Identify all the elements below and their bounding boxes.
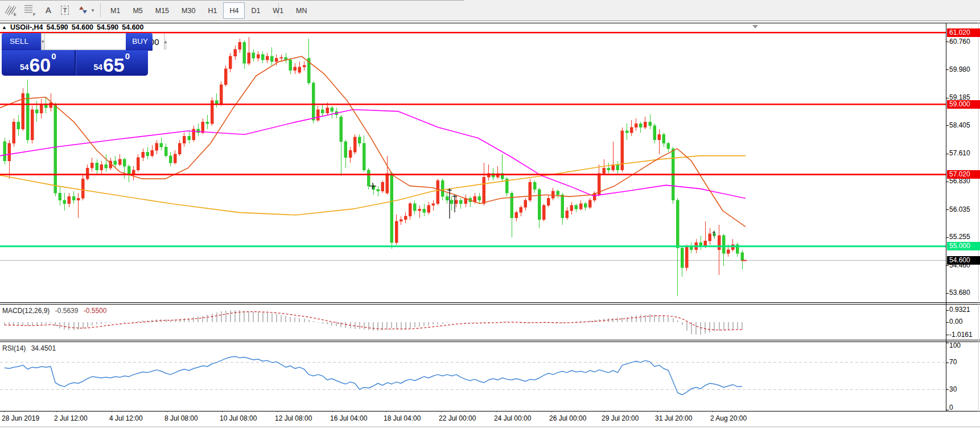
price-badge: 57.020: [947, 170, 980, 179]
timeframe-button-m30[interactable]: M30: [175, 2, 201, 19]
toolbar-separator: [100, 3, 101, 17]
price-axis-label: 58.405: [949, 121, 970, 129]
rsi-value: 34.4501: [31, 344, 56, 352]
time-axis-label: 16 Jul 04:00: [330, 414, 367, 422]
svg-text:†: †: [712, 230, 716, 238]
timeframe-button-m5[interactable]: M5: [126, 2, 149, 19]
ma-fast-line: [0, 56, 746, 227]
time-axis-label: 31 Jul 20:00: [655, 414, 692, 422]
timeframe-button-h1[interactable]: H1: [201, 2, 223, 19]
price-axis-label: 30: [949, 385, 957, 393]
volume-increase-button[interactable]: ▴: [164, 34, 167, 50]
fibo-expansion-icon[interactable]: E: [2, 2, 19, 18]
price-badge: 55.000: [947, 242, 980, 250]
sell-price[interactable]: 54 60 0: [2, 50, 75, 76]
price-axis-label: 0.9321: [949, 306, 970, 314]
price-axis-label: 100: [949, 341, 961, 349]
buy-button-label: BUY: [132, 37, 148, 46]
time-axis-label: 12 Jul 08:00: [275, 414, 312, 422]
price-axis-label: 55.255: [949, 233, 970, 241]
timeframe-buttons: M1M5M15M30H1H4D1W1MN: [104, 2, 314, 18]
price-axis-label: 0.00: [949, 318, 962, 326]
symbol-ohlc-bar: ▲ USOil-,H4 54.590 54.600 54.590 54.600: [2, 23, 144, 31]
price-axis-label: 70: [949, 358, 957, 366]
macd-indicator-label: MACD(12,26,9) -0.5639 -0.5500: [2, 307, 106, 315]
sell-price-big: 60: [29, 56, 51, 73]
price-axis-label: 53.680: [949, 289, 970, 297]
time-axis-label: 22 Jul 00:00: [439, 414, 476, 422]
price-axis-label: 56.035: [949, 205, 970, 213]
ohlc-close: 54.600: [122, 23, 143, 31]
buy-price-sup: 0: [125, 51, 130, 61]
price-badge: 54.600: [947, 256, 980, 265]
timeframe-button-m15[interactable]: M15: [149, 2, 175, 19]
mt4-window: † E F A T: [0, 0, 980, 428]
text-label-icon-glyph: T: [61, 6, 69, 15]
timeframe-button-h4[interactable]: H4: [223, 2, 245, 19]
one-click-trading-panel: SELL ▾ ▴ BUY 54 60 0 5: [2, 33, 148, 76]
text-label-icon[interactable]: T: [57, 2, 73, 18]
timeframe-button-mn[interactable]: MN: [290, 2, 313, 19]
symbol-name: USOil-,H4: [10, 23, 43, 31]
arrows-icon[interactable]: ▾: [75, 2, 97, 18]
time-axis-label: 28 Jun 2019: [2, 414, 39, 422]
time-axis-label: 2 Aug 20:00: [710, 414, 747, 422]
triangle-marker-icon: [752, 25, 758, 28]
price-axis-label: -1.0161: [949, 331, 973, 339]
time-axis-label: 2 Jul 12:00: [54, 414, 88, 422]
sell-price-sup: 0: [51, 51, 56, 61]
ohlc-low: 54.590: [97, 23, 118, 31]
rsi-name: RSI(14): [2, 344, 26, 352]
macd-main-value: -0.5639: [55, 307, 79, 315]
ohlc-open: 54.590: [47, 23, 68, 31]
time-axis-label: 8 Jul 08:00: [164, 414, 198, 422]
volume-spinner: ▾ ▴: [41, 33, 126, 50]
svg-text:E: E: [14, 13, 17, 17]
text-icon-glyph: A: [46, 5, 52, 15]
arrows-dropdown-caret[interactable]: ▾: [92, 7, 94, 13]
caret-up-icon: ▴: [164, 39, 167, 44]
macd-name: MACD(12,26,9): [2, 307, 50, 315]
price-axis-label: 0: [949, 404, 953, 411]
fibo-fan-icon[interactable]: F: [22, 2, 39, 18]
buy-price[interactable]: 54 65 0: [76, 50, 149, 76]
time-axis-label: 18 Jul 04:00: [384, 414, 421, 422]
price-axis-label: 57.610: [949, 149, 970, 157]
price-axis[interactable]: 60.76059.98059.18558.40557.61056.83056.0…: [946, 20, 980, 413]
buy-button[interactable]: BUY: [126, 33, 153, 51]
ohlc-high: 54.600: [72, 23, 93, 31]
timeframe-button-w1[interactable]: W1: [266, 2, 290, 19]
time-axis-label: 26 Jul 00:00: [549, 414, 586, 422]
text-icon[interactable]: A: [41, 2, 56, 18]
time-axis-label: 4 Jul 12:00: [109, 414, 143, 422]
time-axis[interactable]: 28 Jun 20192 Jul 12:004 Jul 12:008 Jul 0…: [0, 412, 980, 427]
price-axis-label: 59.980: [949, 65, 970, 73]
buy-price-big: 65: [103, 56, 125, 73]
toolbar: E F A T ▾ M1M5M15M30H1H4D1W: [0, 0, 980, 21]
caret-down-icon: ▾: [42, 39, 44, 44]
price-badge: 61.020: [947, 28, 980, 37]
sell-price-small: 54: [20, 63, 29, 72]
time-axis-label: 29 Jul 20:00: [602, 414, 639, 422]
timeframe-button-m1[interactable]: M1: [104, 2, 126, 19]
time-axis-label: 10 Jul 08:00: [220, 414, 257, 422]
rsi-indicator-label: RSI(14) 34.4501: [2, 344, 56, 352]
price-badge: 59.000: [947, 100, 980, 109]
timeframe-button-d1[interactable]: D1: [245, 2, 266, 19]
window-bottom-edge: [0, 426, 980, 427]
price-axis-label: 60.760: [949, 38, 970, 46]
svg-text:F: F: [33, 13, 36, 17]
time-axis-label: 24 Jul 00:00: [494, 414, 531, 422]
sell-button-label: SELL: [10, 37, 28, 46]
macd-signal-value: -0.5500: [84, 307, 107, 315]
window-chrome-line: [0, 0, 464, 1]
bid-ask-prices: 54 60 0 54 65 0: [2, 50, 148, 76]
buy-price-small: 54: [93, 63, 102, 72]
symbol-triangle-icon: ▲: [2, 24, 7, 30]
rsi-line: [5, 356, 742, 394]
